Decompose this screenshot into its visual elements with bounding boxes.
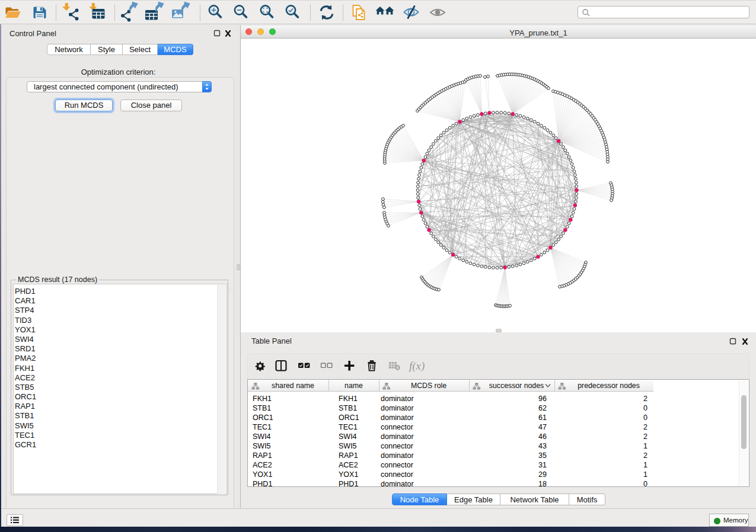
svg-text:f(x): f(x)	[409, 360, 425, 373]
svg-text:successor nodes: successor nodes	[489, 382, 544, 390]
svg-text:predecessor nodes: predecessor nodes	[578, 382, 640, 390]
svg-text:name: name	[344, 382, 363, 390]
svg-text:shared name: shared name	[272, 382, 314, 390]
svg-text:MCDS role: MCDS role	[411, 382, 446, 390]
